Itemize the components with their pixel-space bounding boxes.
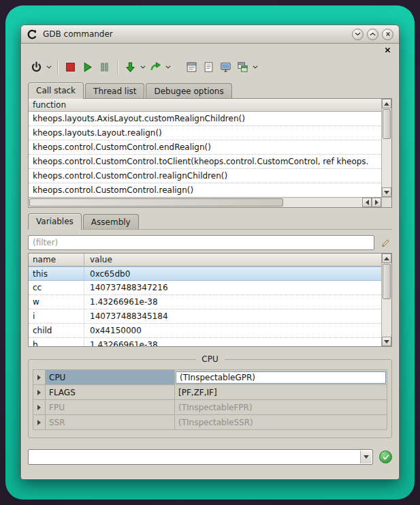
step-over-dropdown-button[interactable]	[164, 59, 172, 75]
callstack-row[interactable]: kheops.control.CustomControl.endRealign(…	[29, 140, 381, 155]
scroll-left-button[interactable]	[362, 198, 372, 207]
chevron-right-icon	[37, 390, 41, 395]
stop-icon	[65, 61, 76, 73]
vertical-scrollbar[interactable]	[381, 99, 391, 197]
close-icon	[385, 31, 391, 37]
chevron-up-icon	[370, 32, 376, 36]
minimize-button[interactable]	[352, 29, 364, 40]
titlebar[interactable]: GDB commander	[21, 25, 399, 44]
scroll-down-button[interactable]	[382, 187, 391, 197]
cpu-groupbox-title: CPU	[195, 354, 224, 364]
scroll-up-button[interactable]	[382, 99, 391, 108]
variable-row[interactable]: this 0xc65db0	[29, 266, 381, 281]
dropdown-chevron-icon	[253, 65, 258, 69]
debug-toolbar	[28, 57, 392, 77]
source-editor-icon	[186, 61, 197, 73]
app-icon[interactable]	[27, 29, 38, 40]
command-combobox[interactable]	[28, 449, 373, 465]
windows-dropdown-button[interactable]	[251, 59, 259, 75]
command-input[interactable]	[31, 450, 358, 463]
dropdown-chevron-icon	[165, 65, 171, 69]
callstack-panel: function kheops.layouts.AxisLayout.custo…	[28, 98, 392, 208]
horizontal-scrollbar[interactable]	[29, 197, 381, 207]
scrollbar-thumb[interactable]	[383, 264, 391, 299]
scroll-up-button[interactable]	[382, 254, 391, 263]
messages-button[interactable]	[200, 58, 217, 76]
tab-call-stack[interactable]: Call stack	[28, 82, 84, 99]
cpu-row-name[interactable]: SSR	[46, 415, 175, 430]
power-button[interactable]	[28, 58, 45, 76]
variable-row[interactable]: w 1.43266961e-38	[29, 295, 381, 309]
column-header-name: name	[29, 254, 84, 266]
scrollbar-thumb[interactable]	[29, 198, 283, 206]
scroll-right-icon	[375, 200, 378, 205]
callstack-row[interactable]: kheops.control.CustomControl.realign()	[29, 183, 381, 197]
expander-flags[interactable]	[33, 385, 46, 400]
close-button[interactable]	[382, 29, 393, 40]
variable-row[interactable]: child 0x44150000	[29, 324, 381, 338]
vertical-scrollbar[interactable]	[381, 254, 391, 346]
expander-ssr[interactable]	[33, 415, 46, 430]
maximize-button[interactable]	[367, 29, 378, 40]
toolbar-separator	[117, 60, 118, 74]
scroll-up-icon	[384, 102, 389, 106]
toolbar-separator	[57, 60, 58, 74]
variables-header: name value	[29, 254, 381, 266]
combo-dropdown-button[interactable]	[360, 450, 372, 463]
callstack-row[interactable]: kheops.control.CustomControl.toClient(kh…	[29, 155, 381, 169]
callstack-row[interactable]: kheops.layouts.Layout.realign()	[29, 126, 381, 140]
filter-options-button[interactable]	[378, 236, 392, 249]
step-into-button[interactable]	[122, 58, 139, 76]
source-editor-button[interactable]	[183, 58, 200, 76]
variables-panel: name value this 0xc65db0 cc 140737488347…	[28, 253, 392, 347]
stop-button[interactable]	[62, 58, 79, 76]
cpu-row-value-editor: (TInspectableGPR)	[175, 370, 387, 385]
pause-button[interactable]	[96, 58, 113, 76]
decorative-frame: GDB commander	[5, 5, 415, 500]
variable-value: 1.43266961e-38	[84, 340, 381, 346]
tab-debugee-options[interactable]: Debugee options	[146, 83, 231, 98]
chevron-right-icon	[37, 420, 41, 425]
scroll-right-button[interactable]	[372, 198, 381, 207]
panel-close-button[interactable]	[383, 46, 392, 55]
callstack-row[interactable]: kheops.control.CustomControl.realignChil…	[29, 169, 381, 183]
expander-cpu[interactable]	[33, 370, 46, 385]
tab-assembly[interactable]: Assembly	[83, 214, 139, 229]
variable-name: child	[29, 324, 84, 337]
cpu-row-name[interactable]: CPU	[46, 370, 175, 385]
filter-input[interactable]	[28, 235, 374, 250]
dropdown-chevron-icon	[140, 65, 146, 69]
scroll-down-icon	[384, 340, 389, 343]
variable-row[interactable]: cc 140737488347216	[29, 281, 381, 295]
scrollbar-thumb[interactable]	[383, 109, 391, 139]
power-dropdown-button[interactable]	[45, 59, 53, 75]
variable-row[interactable]: i 140737488345184	[29, 309, 381, 324]
column-header-value: value	[84, 254, 381, 266]
step-over-button[interactable]	[147, 58, 164, 76]
variables-tabbar: Variables Assembly	[28, 213, 392, 230]
variable-value: 0x44150000	[84, 326, 381, 335]
cpu-groupbox: CPU CPU (TInspectableGPR) FLAGS [PF,ZF,I…	[28, 359, 392, 438]
cpu-row-value[interactable]: (TInspectableSSR)	[175, 415, 387, 430]
tab-thread-list[interactable]: Thread list	[85, 83, 144, 98]
cpu-monitor-button[interactable]	[217, 58, 234, 76]
filter-row	[28, 235, 392, 250]
windows-button[interactable]	[234, 58, 251, 76]
variable-row[interactable]: b 1.43266961e-38	[29, 338, 381, 346]
execute-ok-button[interactable]	[379, 450, 392, 463]
cpu-row-value[interactable]: [PF,ZF,IF]	[175, 385, 387, 400]
expander-fpu[interactable]	[33, 400, 46, 415]
run-icon	[82, 61, 93, 73]
callstack-row[interactable]: kheops.layouts.AxisLayout.customRealignC…	[29, 112, 381, 126]
step-into-dropdown-button[interactable]	[139, 59, 147, 75]
cpu-value-input[interactable]: (TInspectableGPR)	[176, 371, 386, 384]
tab-variables[interactable]: Variables	[28, 213, 82, 230]
window-title: GDB commander	[43, 29, 113, 39]
variable-value: 140737488345184	[84, 311, 381, 321]
cpu-row-name[interactable]: FLAGS	[46, 385, 175, 400]
scroll-down-button[interactable]	[382, 337, 391, 346]
cpu-row-name[interactable]: FPU	[46, 400, 175, 415]
variable-value: 140737488347216	[84, 283, 381, 292]
cpu-row-value[interactable]: (TInspectableFPR)	[175, 400, 387, 415]
run-button[interactable]	[79, 58, 96, 76]
